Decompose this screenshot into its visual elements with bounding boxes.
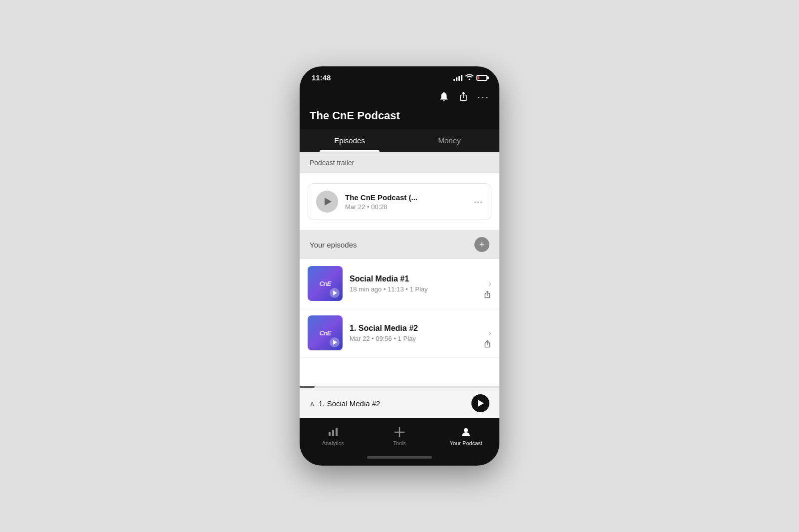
svg-point-5 [464, 428, 468, 432]
play-triangle-white-icon [478, 400, 484, 407]
your-episodes-label: Your episodes [310, 241, 357, 249]
tabs-container: Episodes Money [300, 129, 499, 152]
play-triangle-icon [325, 198, 332, 206]
share-header-icon[interactable] [458, 91, 468, 104]
episode-card-more-icon[interactable]: ··· [474, 197, 483, 207]
now-playing-bar[interactable]: ∧ 1. Social Media #2 [300, 388, 499, 418]
episode-1-share-icon[interactable] [483, 290, 491, 301]
episode-2-name: 1. Social Media #2 [350, 324, 481, 333]
episode-1-stats: 18 min ago • 11:13 • 1 Play [350, 285, 481, 293]
phone-frame: 11:48 [300, 66, 499, 466]
play-overlay-triangle-icon [333, 290, 337, 295]
thumbnail-logo-2: CnE [320, 329, 331, 337]
signal-icon [453, 75, 462, 81]
time: 11:48 [312, 73, 331, 82]
thumbnail-play-icon [330, 288, 340, 298]
tab-episodes[interactable]: Episodes [300, 129, 400, 152]
add-episode-button[interactable]: + [474, 237, 489, 252]
svg-rect-1 [332, 430, 334, 436]
episode-2-share-icon[interactable] [483, 339, 491, 350]
main-content: The CnE Podcast (... Mar 22 • 00:28 ··· … [300, 173, 499, 386]
episode-card: The CnE Podcast (... Mar 22 • 00:28 ··· [308, 183, 491, 220]
list-item: CnE 1. Social Media #2 Mar 22 • 09:56 • … [300, 308, 499, 358]
chevron-up-icon: ∧ [310, 399, 315, 407]
home-bar [367, 456, 432, 459]
episode-1-details: Social Media #1 18 min ago • 11:13 • 1 P… [350, 274, 481, 293]
now-playing-info: ∧ 1. Social Media #2 [310, 399, 380, 408]
battery-icon [476, 75, 487, 81]
thumbnail-play-icon-2 [330, 337, 340, 347]
trailer-section: Podcast trailer [300, 152, 499, 173]
nav-tools-label: Tools [393, 440, 406, 446]
episode-1-chevron-icon[interactable]: › [488, 278, 491, 289]
episode-card-meta: Mar 22 • 00:28 [345, 203, 467, 211]
scroll-thumb [300, 386, 315, 388]
episode-1-name: Social Media #1 [350, 274, 481, 283]
thumbnail-logo: CnE [320, 280, 331, 287]
status-icons [453, 74, 487, 81]
trailer-label: Podcast trailer [310, 159, 354, 167]
episode-play-button[interactable] [316, 191, 338, 213]
your-episodes-header: Your episodes + [300, 230, 499, 259]
list-item: CnE Social Media #1 18 min ago • 11:13 •… [300, 259, 499, 308]
wifi-icon [465, 74, 473, 81]
episode-card-title: The CnE Podcast (... [345, 193, 467, 202]
nav-item-tools[interactable]: Tools [366, 423, 432, 449]
home-indicator [300, 452, 499, 466]
now-playing-play-button[interactable] [471, 394, 489, 412]
more-options-icon[interactable]: ··· [477, 91, 489, 104]
episode-1-thumbnail: CnE [308, 266, 343, 301]
header-actions: ··· [310, 91, 489, 104]
nav-analytics-label: Analytics [322, 440, 344, 446]
bell-icon[interactable] [438, 91, 449, 104]
now-playing-title: 1. Social Media #2 [319, 399, 380, 408]
episode-2-chevron-icon[interactable]: › [488, 328, 491, 338]
episode-2-details: 1. Social Media #2 Mar 22 • 09:56 • 1 Pl… [350, 324, 481, 342]
episode-card-info: The CnE Podcast (... Mar 22 • 00:28 [345, 193, 467, 211]
svg-rect-2 [336, 428, 338, 436]
status-bar: 11:48 [300, 66, 499, 86]
podcast-title: The CnE Podcast [310, 109, 489, 122]
tab-money[interactable]: Money [400, 129, 499, 152]
episode-2-thumbnail: CnE [308, 315, 343, 350]
app-header: ··· The CnE Podcast [300, 86, 499, 129]
nav-item-analytics[interactable]: Analytics [300, 423, 366, 449]
nav-item-your-podcast[interactable]: Your Podcast [433, 423, 499, 449]
svg-rect-0 [329, 432, 331, 436]
episode-2-stats: Mar 22 • 09:56 • 1 Play [350, 335, 481, 342]
play-overlay-triangle-icon-2 [333, 340, 337, 345]
scroll-indicator [300, 386, 499, 388]
bottom-nav: Analytics Tools Your Podcast [300, 418, 499, 452]
nav-your-podcast-label: Your Podcast [450, 440, 482, 446]
